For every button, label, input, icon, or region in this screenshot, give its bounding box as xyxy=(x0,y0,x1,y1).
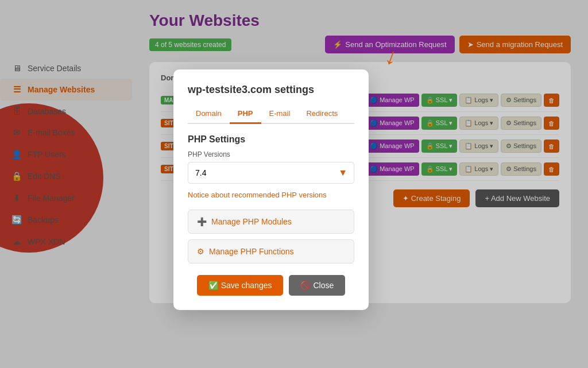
checkmark-icon: ✅ xyxy=(208,281,218,290)
php-version-select[interactable]: 7.4 8.0 8.1 8.2 xyxy=(188,162,354,184)
cancel-icon: 🚫 xyxy=(300,281,310,290)
modal-title: wp-testsite3.com settings xyxy=(188,84,354,96)
tab-domain[interactable]: Domain xyxy=(188,104,230,124)
php-versions-label: PHP Versions xyxy=(188,150,354,158)
php-notice-link[interactable]: Notice about recommended PHP versions xyxy=(188,191,354,199)
manage-php-functions-button[interactable]: ⚙ Manage PHP Functions xyxy=(188,239,354,264)
manage-php-modules-button[interactable]: ➕ Manage PHP Modules xyxy=(188,210,354,234)
tab-redirects[interactable]: Redirects xyxy=(298,104,346,124)
modal-tabs: Domain PHP E-mail Redirects xyxy=(188,104,354,124)
settings-modal: ↓ wp-testsite3.com settings Domain PHP E… xyxy=(173,69,369,310)
arrow-decoration: ↓ xyxy=(382,42,401,71)
tab-php[interactable]: PHP xyxy=(230,104,261,124)
gear-icon: ⚙ xyxy=(197,247,204,256)
php-select-wrapper: 7.4 8.0 8.1 8.2 ▼ xyxy=(188,162,354,184)
php-settings-title: PHP Settings xyxy=(188,134,354,145)
tab-email[interactable]: E-mail xyxy=(261,104,299,124)
close-button[interactable]: 🚫 Close xyxy=(289,275,345,296)
save-changes-button[interactable]: ✅ Save changes xyxy=(197,275,284,296)
modal-footer: ✅ Save changes 🚫 Close xyxy=(188,275,354,296)
plus-icon: ➕ xyxy=(197,217,207,226)
modal-overlay: ↓ wp-testsite3.com settings Domain PHP E… xyxy=(0,0,588,368)
